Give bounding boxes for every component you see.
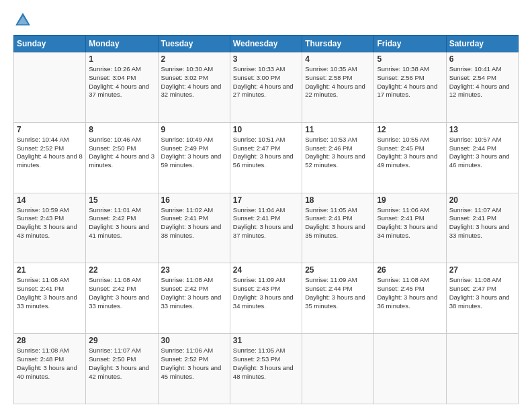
day-number: 4 [305, 54, 371, 64]
day-number: 2 [161, 54, 227, 64]
day-header-wednesday: Wednesday [230, 36, 302, 52]
calendar-cell [374, 334, 446, 404]
day-number: 14 [17, 195, 83, 205]
day-number: 15 [89, 195, 154, 205]
day-info: Sunrise: 11:07 AM Sunset: 2:50 PM Daylig… [89, 347, 154, 381]
day-header-monday: Monday [86, 36, 158, 52]
calendar: SundayMondayTuesdayWednesdayThursdayFrid… [13, 35, 519, 404]
week-row-0: 1Sunrise: 10:26 AM Sunset: 3:04 PM Dayli… [14, 52, 519, 123]
day-header-thursday: Thursday [302, 36, 374, 52]
day-number: 31 [233, 336, 299, 345]
page: SundayMondayTuesdayWednesdayThursdayFrid… [0, 0, 532, 411]
day-number: 17 [233, 195, 299, 205]
week-row-2: 14Sunrise: 10:59 AM Sunset: 2:43 PM Dayl… [14, 193, 519, 263]
day-info: Sunrise: 10:49 AM Sunset: 2:49 PM Daylig… [161, 136, 227, 170]
calendar-cell: 13Sunrise: 10:57 AM Sunset: 2:44 PM Dayl… [446, 122, 518, 193]
calendar-cell [302, 334, 374, 404]
day-info: Sunrise: 10:55 AM Sunset: 2:45 PM Daylig… [377, 136, 443, 170]
calendar-cell: 10Sunrise: 10:51 AM Sunset: 2:47 PM Dayl… [230, 122, 302, 193]
day-info: Sunrise: 11:02 AM Sunset: 2:41 PM Daylig… [161, 206, 227, 240]
day-number: 20 [449, 195, 515, 205]
day-number: 8 [89, 125, 154, 134]
calendar-cell: 30Sunrise: 11:06 AM Sunset: 2:52 PM Dayl… [158, 334, 230, 404]
day-header-sunday: Sunday [14, 36, 86, 52]
day-info: Sunrise: 10:44 AM Sunset: 2:52 PM Daylig… [17, 136, 83, 170]
day-number: 12 [377, 125, 443, 134]
calendar-cell: 16Sunrise: 11:02 AM Sunset: 2:41 PM Dayl… [158, 193, 230, 263]
day-number: 1 [89, 54, 154, 64]
calendar-cell: 9Sunrise: 10:49 AM Sunset: 2:49 PM Dayli… [158, 122, 230, 193]
logo [13, 11, 35, 30]
calendar-cell: 7Sunrise: 10:44 AM Sunset: 2:52 PM Dayli… [14, 122, 86, 193]
week-row-4: 28Sunrise: 11:08 AM Sunset: 2:48 PM Dayl… [14, 334, 519, 404]
day-number: 28 [17, 336, 83, 345]
calendar-cell: 27Sunrise: 11:08 AM Sunset: 2:47 PM Dayl… [446, 263, 518, 334]
day-number: 19 [377, 195, 443, 205]
day-number: 21 [17, 265, 83, 275]
day-info: Sunrise: 11:08 AM Sunset: 2:47 PM Daylig… [449, 276, 515, 310]
calendar-cell: 20Sunrise: 11:07 AM Sunset: 2:41 PM Dayl… [446, 193, 518, 263]
logo-icon [13, 11, 32, 30]
day-info: Sunrise: 10:33 AM Sunset: 3:00 PM Daylig… [233, 65, 299, 99]
day-info: Sunrise: 11:01 AM Sunset: 2:42 PM Daylig… [89, 206, 154, 240]
day-info: Sunrise: 11:05 AM Sunset: 2:53 PM Daylig… [233, 347, 299, 381]
calendar-cell: 19Sunrise: 11:06 AM Sunset: 2:41 PM Dayl… [374, 193, 446, 263]
day-number: 9 [161, 125, 227, 134]
day-number: 23 [161, 265, 227, 275]
calendar-cell: 12Sunrise: 10:55 AM Sunset: 2:45 PM Dayl… [374, 122, 446, 193]
day-info: Sunrise: 11:04 AM Sunset: 2:41 PM Daylig… [233, 206, 299, 240]
day-number: 13 [449, 125, 515, 134]
header-row: SundayMondayTuesdayWednesdayThursdayFrid… [14, 36, 519, 52]
day-number: 6 [449, 54, 515, 64]
day-info: Sunrise: 10:38 AM Sunset: 2:56 PM Daylig… [377, 65, 443, 99]
day-info: Sunrise: 11:08 AM Sunset: 2:45 PM Daylig… [377, 276, 443, 310]
day-info: Sunrise: 10:30 AM Sunset: 3:02 PM Daylig… [161, 65, 227, 99]
day-number: 25 [305, 265, 371, 275]
day-info: Sunrise: 10:59 AM Sunset: 2:43 PM Daylig… [17, 206, 83, 240]
calendar-cell [14, 52, 86, 123]
day-info: Sunrise: 10:51 AM Sunset: 2:47 PM Daylig… [233, 136, 299, 170]
day-info: Sunrise: 11:05 AM Sunset: 2:41 PM Daylig… [305, 206, 371, 240]
day-number: 5 [377, 54, 443, 64]
calendar-cell: 21Sunrise: 11:08 AM Sunset: 2:41 PM Dayl… [14, 263, 86, 334]
day-info: Sunrise: 11:09 AM Sunset: 2:44 PM Daylig… [305, 276, 371, 310]
calendar-cell: 4Sunrise: 10:35 AM Sunset: 2:58 PM Dayli… [302, 52, 374, 123]
day-number: 16 [161, 195, 227, 205]
calendar-cell: 31Sunrise: 11:05 AM Sunset: 2:53 PM Dayl… [230, 334, 302, 404]
calendar-cell [446, 334, 518, 404]
calendar-cell: 5Sunrise: 10:38 AM Sunset: 2:56 PM Dayli… [374, 52, 446, 123]
calendar-cell: 8Sunrise: 10:46 AM Sunset: 2:50 PM Dayli… [86, 122, 158, 193]
calendar-cell: 23Sunrise: 11:08 AM Sunset: 2:42 PM Dayl… [158, 263, 230, 334]
calendar-cell: 22Sunrise: 11:08 AM Sunset: 2:42 PM Dayl… [86, 263, 158, 334]
day-number: 10 [233, 125, 299, 134]
day-info: Sunrise: 11:08 AM Sunset: 2:41 PM Daylig… [17, 276, 83, 310]
calendar-cell: 18Sunrise: 11:05 AM Sunset: 2:41 PM Dayl… [302, 193, 374, 263]
calendar-cell: 2Sunrise: 10:30 AM Sunset: 3:02 PM Dayli… [158, 52, 230, 123]
day-number: 11 [305, 125, 371, 134]
day-info: Sunrise: 11:09 AM Sunset: 2:43 PM Daylig… [233, 276, 299, 310]
day-info: Sunrise: 10:26 AM Sunset: 3:04 PM Daylig… [89, 65, 154, 99]
calendar-cell: 14Sunrise: 10:59 AM Sunset: 2:43 PM Dayl… [14, 193, 86, 263]
day-number: 27 [449, 265, 515, 275]
day-number: 26 [377, 265, 443, 275]
calendar-cell: 25Sunrise: 11:09 AM Sunset: 2:44 PM Dayl… [302, 263, 374, 334]
day-info: Sunrise: 11:06 AM Sunset: 2:52 PM Daylig… [161, 347, 227, 381]
calendar-cell: 17Sunrise: 11:04 AM Sunset: 2:41 PM Dayl… [230, 193, 302, 263]
calendar-cell: 11Sunrise: 10:53 AM Sunset: 2:46 PM Dayl… [302, 122, 374, 193]
day-header-friday: Friday [374, 36, 446, 52]
day-number: 24 [233, 265, 299, 275]
day-number: 3 [233, 54, 299, 64]
day-info: Sunrise: 10:41 AM Sunset: 2:54 PM Daylig… [449, 65, 515, 99]
day-number: 30 [161, 336, 227, 345]
day-header-tuesday: Tuesday [158, 36, 230, 52]
week-row-1: 7Sunrise: 10:44 AM Sunset: 2:52 PM Dayli… [14, 122, 519, 193]
day-info: Sunrise: 10:53 AM Sunset: 2:46 PM Daylig… [305, 136, 371, 170]
day-info: Sunrise: 10:46 AM Sunset: 2:50 PM Daylig… [89, 136, 154, 170]
header [13, 11, 519, 30]
day-info: Sunrise: 11:08 AM Sunset: 2:42 PM Daylig… [89, 276, 154, 310]
day-info: Sunrise: 11:08 AM Sunset: 2:42 PM Daylig… [161, 276, 227, 310]
calendar-cell: 6Sunrise: 10:41 AM Sunset: 2:54 PM Dayli… [446, 52, 518, 123]
week-row-3: 21Sunrise: 11:08 AM Sunset: 2:41 PM Dayl… [14, 263, 519, 334]
day-info: Sunrise: 10:57 AM Sunset: 2:44 PM Daylig… [449, 136, 515, 170]
calendar-cell: 3Sunrise: 10:33 AM Sunset: 3:00 PM Dayli… [230, 52, 302, 123]
